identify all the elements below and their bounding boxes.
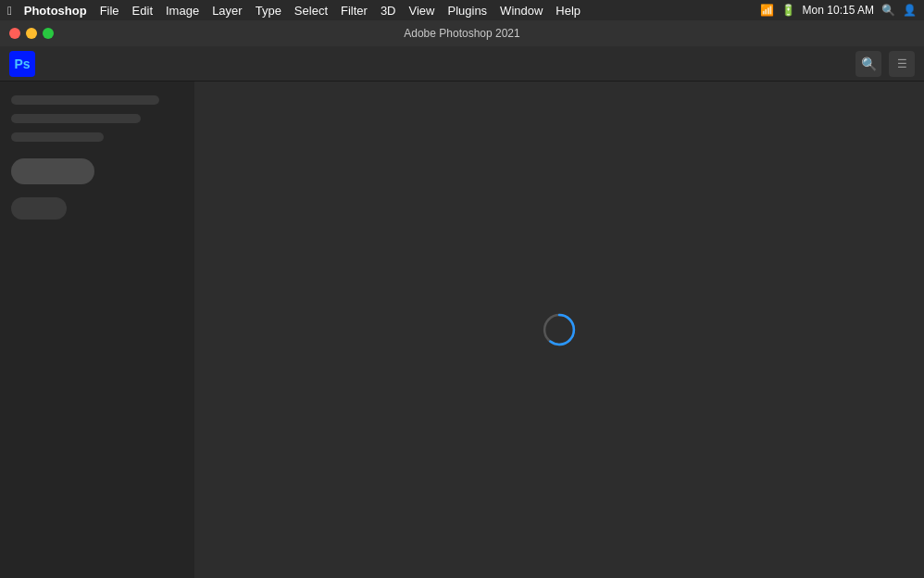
workspace-switcher[interactable]: ☰ — [889, 51, 915, 77]
minimize-button[interactable] — [26, 28, 37, 39]
apple-menu[interactable]:  — [7, 4, 12, 18]
panel-button-secondary[interactable] — [11, 197, 67, 220]
fullscreen-button[interactable] — [43, 28, 54, 39]
menu-edit[interactable]: Edit — [126, 0, 159, 20]
menu-3d[interactable]: 3D — [374, 0, 403, 20]
menu-plugins[interactable]: Plugins — [441, 0, 493, 20]
traffic-lights — [9, 28, 54, 39]
ps-logo: Ps — [9, 51, 35, 77]
spinner-svg — [543, 313, 576, 346]
menu-bar-right: 📶 🔋 Mon 10:15 AM 🔍 👤 — [760, 0, 917, 20]
battery-icon: 🔋 — [781, 4, 795, 17]
wifi-icon: 📶 — [760, 4, 774, 17]
spotlight-icon[interactable]: 🔍 — [881, 4, 895, 17]
skeleton-line-1 — [11, 95, 159, 105]
menu-image[interactable]: Image — [159, 0, 206, 20]
skeleton-line-2 — [11, 114, 141, 123]
account-icon[interactable]: 👤 — [903, 4, 917, 17]
clock: Mon 10:15 AM — [803, 4, 874, 17]
menu-bar:  Photoshop File Edit Image Layer Type S… — [0, 0, 924, 20]
menu-filter[interactable]: Filter — [334, 0, 374, 20]
menu-select[interactable]: Select — [288, 0, 334, 20]
menu-view[interactable]: View — [403, 0, 442, 20]
search-button[interactable]: 🔍 — [855, 51, 881, 77]
close-button[interactable] — [9, 28, 20, 39]
menu-file[interactable]: File — [94, 0, 126, 20]
panel-button-primary[interactable] — [11, 158, 94, 184]
left-panel — [0, 82, 194, 578]
ps-toolbar: Ps 🔍 ☰ — [0, 46, 924, 82]
window-title: Adobe Photoshop 2021 — [404, 27, 519, 40]
menu-type[interactable]: Type — [249, 0, 288, 20]
loading-spinner — [543, 313, 576, 346]
menu-window[interactable]: Window — [493, 0, 549, 20]
title-bar: Adobe Photoshop 2021 — [0, 20, 924, 46]
menu-help[interactable]: Help — [549, 0, 587, 20]
menu-photoshop[interactable]: Photoshop — [18, 0, 94, 20]
canvas-area — [194, 82, 924, 578]
main-content — [0, 82, 924, 578]
skeleton-line-3 — [11, 132, 104, 142]
menu-layer[interactable]: Layer — [206, 0, 249, 20]
